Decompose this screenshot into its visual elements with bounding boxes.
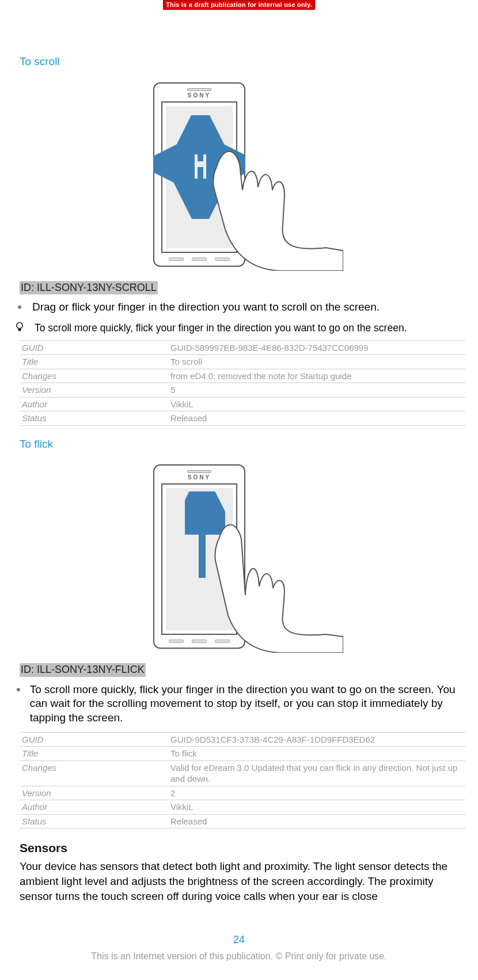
- meta-key: Author: [20, 397, 168, 411]
- sensors-paragraph: Your device has sensors that detect both…: [20, 859, 465, 903]
- meta-val: GUID-589997EB-983E-4E86-832D-75437CC0699…: [168, 340, 465, 355]
- bullet-icon: •: [16, 301, 23, 315]
- meta-key: Changes: [20, 369, 168, 383]
- meta-table-flick: GUIDGUID-9D531CF3-373B-4C29-A83F-1DD9FFD…: [20, 732, 465, 829]
- meta-val: Released: [168, 411, 465, 426]
- flick-instruction-text: To scroll more quickly, flick your finge…: [30, 683, 465, 725]
- meta-val: Released: [168, 814, 465, 828]
- meta-val: GUID-9D531CF3-373B-4C29-A83F-1DD9FFD3ED6…: [168, 732, 465, 747]
- lightbulb-icon: [15, 321, 24, 333]
- meta-table-scroll: GUIDGUID-589997EB-983E-4E86-832D-75437CC…: [20, 340, 465, 426]
- heading-to-flick: To flick: [20, 437, 465, 452]
- scroll-tip-text: To scroll more quickly, flick your finge…: [35, 321, 407, 335]
- flick-arrow-icon: [185, 491, 225, 589]
- svg-rect-5: [18, 328, 21, 331]
- draft-banner: This is a draft publication for internal…: [163, 0, 315, 10]
- meta-key: Title: [20, 355, 168, 369]
- page-content: To scroll SONY: [0, 0, 478, 903]
- svg-point-4: [17, 323, 22, 328]
- meta-key: Changes: [20, 760, 168, 786]
- meta-val: VikkiL: [168, 800, 465, 815]
- meta-val: VikkiL: [168, 397, 465, 411]
- image-id-flick: ID: ILL-SONY-13NY-FLICK: [20, 663, 146, 676]
- meta-key: GUID: [20, 340, 168, 355]
- footer-text: This is an Internet version of this publ…: [0, 951, 478, 963]
- meta-key: Title: [20, 747, 168, 761]
- flick-instruction: • To scroll more quickly, flick your fin…: [16, 683, 465, 725]
- phone-brand-label: SONY: [188, 474, 211, 481]
- meta-key: Version: [20, 786, 168, 800]
- heading-to-scroll: To scroll: [20, 55, 465, 69]
- meta-val: 5: [168, 383, 465, 398]
- page-number: 24: [0, 933, 478, 947]
- meta-key: Version: [20, 383, 168, 398]
- meta-val: To flick: [168, 747, 465, 761]
- image-id-scroll: ID: ILL-SONY-13NY-SCROLL: [20, 281, 158, 294]
- meta-val: 2: [168, 786, 465, 800]
- phone-brand-label: SONY: [188, 92, 211, 99]
- illustration-flick: SONY: [20, 463, 465, 653]
- scroll-instruction-text: Drag or flick your finger in the directi…: [32, 300, 380, 315]
- meta-val: from eD4.0: removed the note for Startup…: [168, 369, 465, 383]
- meta-val: To scroll: [168, 355, 465, 369]
- meta-key: GUID: [20, 732, 168, 747]
- heading-sensors: Sensors: [20, 840, 465, 856]
- meta-key: Status: [20, 814, 168, 828]
- scroll-tip: To scroll more quickly, flick your finge…: [15, 321, 465, 335]
- meta-key: Status: [20, 411, 168, 426]
- illustration-scroll: SONY: [20, 81, 465, 271]
- scroll-arrows-icon: [153, 115, 245, 219]
- meta-key: Author: [20, 800, 168, 815]
- meta-val: Valid for eDream 3.0 Updated that you ca…: [168, 760, 465, 786]
- bullet-icon: •: [16, 684, 21, 725]
- scroll-instruction: • Drag or flick your finger in the direc…: [16, 300, 465, 315]
